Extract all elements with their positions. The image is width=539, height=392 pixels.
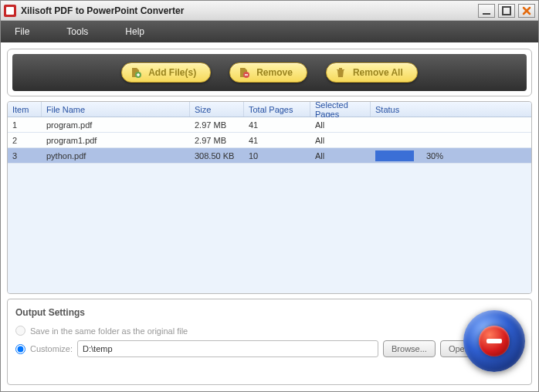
cell-size: 2.97 MB [190,117,244,132]
maximize-button[interactable] [498,4,515,18]
trash-icon [334,66,347,79]
progress-bar [375,150,414,161]
cell-size: 2.97 MB [190,133,244,147]
menu-help[interactable]: Help [125,26,144,37]
output-settings-panel: Output Settings Save in the same folder … [7,299,532,385]
cell-file-name: program1.pdf [42,133,190,147]
add-files-label: Add File(s) [148,67,196,78]
cell-file-name: program.pdf [42,117,190,132]
col-total-pages[interactable]: Total Pages [244,102,310,117]
remove-file-icon [238,66,250,79]
table-row[interactable]: 2 program1.pdf 2.97 MB 41 All [8,133,531,148]
col-selected-pages[interactable]: Selected Pages [310,102,371,117]
cell-selected-pages: All [310,148,371,163]
app-icon [4,5,16,17]
convert-button[interactable] [463,310,525,372]
col-item[interactable]: Item [8,102,42,117]
menu-tools[interactable]: Tools [66,26,88,37]
cell-size: 308.50 KB [190,148,244,163]
window-title: Xilisoft PDF to PowerPoint Converter [21,5,478,16]
cell-total-pages: 10 [244,148,310,163]
toolbar-panel: Add File(s) Remove Remove All [7,49,532,96]
customize-option[interactable]: Customize: Browse... Open [15,340,524,357]
minimize-icon [481,5,492,16]
toolbar: Add File(s) Remove Remove All [12,54,527,91]
close-icon [521,5,532,16]
same-folder-radio[interactable] [15,326,25,336]
close-button[interactable] [518,4,535,18]
titlebar: Xilisoft PDF to PowerPoint Converter [1,1,538,21]
cell-status [371,133,531,147]
progress-text: 30% [426,151,443,161]
output-settings-title: Output Settings [15,307,524,318]
table-body: 1 program.pdf 2.97 MB 41 All 2 program1.… [8,117,531,293]
cell-item: 1 [8,117,42,132]
cell-status [371,117,531,132]
same-folder-option[interactable]: Save in the same folder as the original … [15,326,524,336]
table-row[interactable]: 1 program.pdf 2.97 MB 41 All [8,117,531,133]
maximize-icon [501,5,512,16]
cell-item: 3 [8,148,42,163]
app-window: Xilisoft PDF to PowerPoint Converter Fil… [0,0,539,392]
customize-radio[interactable] [15,344,25,354]
menubar: File Tools Help [1,21,538,42]
cell-file-name: python.pdf [42,148,190,163]
window-controls [478,4,535,18]
minimize-button[interactable] [478,4,495,18]
col-status[interactable]: Status [371,102,531,117]
stop-icon [479,326,510,357]
cell-status: 30% [371,148,531,163]
table-header: Item File Name Size Total Pages Selected… [8,102,531,117]
col-size[interactable]: Size [190,102,244,117]
customize-label: Customize: [30,344,73,353]
svg-rect-1 [503,7,510,15]
browse-button[interactable]: Browse... [383,340,436,357]
cell-item: 2 [8,133,42,147]
content-area: Add File(s) Remove Remove All It [1,42,538,391]
cell-selected-pages: All [310,133,371,147]
remove-label: Remove [256,67,293,78]
menu-file[interactable]: File [15,26,29,37]
output-path-input[interactable] [77,340,378,357]
cell-total-pages: 41 [244,133,310,147]
svg-rect-0 [483,13,490,15]
col-file-name[interactable]: File Name [42,102,190,117]
cell-selected-pages: All [310,117,371,132]
remove-all-label: Remove All [353,67,403,78]
add-file-icon [130,66,142,79]
add-files-button[interactable]: Add File(s) [121,63,211,83]
remove-all-button[interactable]: Remove All [326,63,418,83]
remove-button[interactable]: Remove [229,63,307,83]
same-folder-label: Save in the same folder as the original … [30,326,188,336]
file-table: Item File Name Size Total Pages Selected… [7,101,532,294]
table-row[interactable]: 3 python.pdf 308.50 KB 10 All 30% [8,148,531,164]
cell-total-pages: 41 [244,117,310,132]
